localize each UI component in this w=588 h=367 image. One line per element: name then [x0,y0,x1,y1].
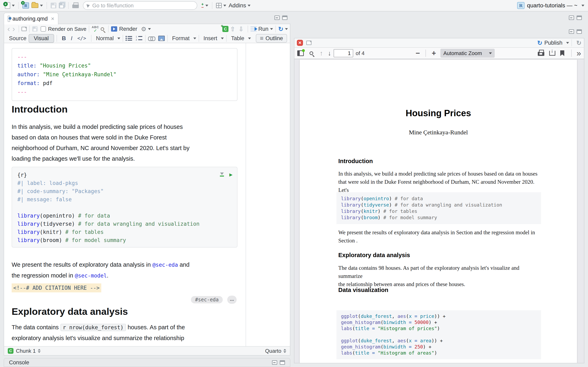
gear-icon[interactable]: ⚙ [141,25,146,33]
text-line: exploratory analysis let's visualize and… [12,333,185,343]
bold-button[interactable]: B [62,35,66,42]
save-button[interactable] [51,3,56,8]
minimize-pane-icon[interactable] [274,16,280,20]
publish-button[interactable]: ↻ Publish [537,39,569,47]
popout-icon[interactable] [21,27,27,31]
pdf-eda-paragraph: The data contains 98 houses. As part of … [338,264,543,288]
find-replace-icon[interactable] [101,27,104,31]
text-line [17,203,232,212]
text-line: ggplot(duke_forest, aes(x = price)) + [341,313,536,319]
chunk-nav-icon[interactable] [38,349,41,353]
tab-close-icon[interactable]: × [51,16,54,22]
run-button[interactable]: Run [258,26,268,32]
insert-menu[interactable]: Insert [204,35,217,42]
text-line: library(broom) # for model summary [341,215,536,221]
viewer-popout-icon[interactable] [306,41,311,45]
save-all-button[interactable] [59,3,65,8]
env-minimize-icon[interactable] [569,16,574,20]
pdf-zoom-select[interactable]: Automatic Zoom [440,49,495,58]
yaml-front-matter[interactable]: ---title: "Housing Prices"author: "Mine … [12,48,237,101]
goto-file-input[interactable] [92,2,193,9]
text-line: labs(title = "Histogram of areas") [341,350,536,356]
console-maximize-icon[interactable] [280,360,285,365]
run-caret[interactable] [270,28,273,30]
pdf-bookmark-icon[interactable] [560,50,564,56]
project-menu-button[interactable]: R quarto-tutorials — ~ [517,2,584,9]
pdf-download-icon[interactable] [549,51,555,56]
print-button[interactable] [72,3,79,8]
run-chunks-above-icon[interactable] [220,173,224,176]
source-mode-button[interactable]: Source [9,35,26,42]
pane-layout-button[interactable] [216,3,226,8]
version-control-button[interactable]: +− [201,3,208,8]
pdf-next-page-icon[interactable]: ↓ [328,50,331,57]
doc-mode-button[interactable]: Quarto [265,348,282,354]
link-icon[interactable] [148,36,155,40]
forward-icon[interactable]: › [12,25,15,33]
pdf-sidebar-toggle-icon[interactable] [297,50,304,56]
run-chunk-icon[interactable]: ▶ [229,170,233,179]
render-options-caret[interactable] [148,28,151,30]
rerun-caret[interactable] [285,28,288,30]
addins-button[interactable]: Addins [229,2,251,9]
insert-chunk-icon[interactable]: C [222,26,228,32]
text-line: In this analysis, we build a model predi… [12,122,190,132]
new-project-button[interactable]: R [22,2,29,8]
pdf-zoom-in-icon[interactable]: + [432,49,436,58]
outline-toggle-button[interactable]: ≡ Outline [256,34,287,43]
svg-text:2: 2 [136,39,137,41]
text-line: The data contains r nrow(duke_forest) ho… [12,322,185,333]
doc-mode-caret-icon[interactable] [283,349,286,353]
text-line: title: "Housing Prices" [17,61,232,70]
r-code-chunk[interactable]: ▶ {r}#| label: load-pkgs#| code-summary:… [12,167,237,248]
env-maximize-icon[interactable] [577,16,582,20]
run-up-icon[interactable]: ⇧ [230,25,235,33]
pdf-page-input[interactable] [334,49,353,57]
chunk-badge-icon: C [8,348,13,354]
table-menu[interactable]: Table [231,35,244,42]
citation-comment[interactable]: <!--# ADD CITATION HERE --> [12,284,101,292]
visual-mode-button[interactable]: Visual [29,34,54,43]
stop-icon[interactable]: ✕ [297,40,303,46]
viewer-minimize-icon[interactable] [569,29,574,34]
render-button[interactable]: Render [119,26,138,32]
text-line: library(knitr) # for tables [341,208,536,215]
pdf-code-block-packages: library(openintro) # for datalibrary(tid… [337,192,541,224]
back-icon[interactable]: ‹ [7,25,10,33]
viewer-maximize-icon[interactable] [577,29,582,34]
italic-button[interactable]: I [71,35,72,42]
pdf-prev-page-icon[interactable]: ↑ [320,50,323,57]
pane-grid-icon [216,3,222,8]
pdf-print-icon[interactable] [538,52,544,56]
outline-label: Outline [265,35,283,42]
tab-authoring-qmd[interactable]: authoring.qmd × [4,13,58,25]
chunk-position-button[interactable]: Chunk 1 [16,348,36,354]
pdf-search-icon[interactable] [310,51,313,55]
image-icon[interactable] [158,36,165,41]
new-file-button[interactable] [5,2,15,9]
format-menu[interactable]: Format [172,35,190,42]
section-options-button[interactable]: ... [227,296,237,304]
maximize-pane-icon[interactable] [282,16,287,20]
rerun-icon[interactable]: ↻ [278,25,283,33]
console-minimize-icon[interactable] [272,360,277,365]
pdf-zoom-out-icon[interactable]: − [415,49,420,58]
heading-eda: Exploratory data analysis [12,306,128,317]
bullet-list-icon[interactable] [126,36,132,41]
code-button[interactable]: </> [77,35,86,41]
text-line: In this analysis, we build a model predi… [338,170,543,178]
text-line: #| code-summary: "Packages" [17,187,232,195]
run-down-icon[interactable]: ⇩ [238,25,243,33]
text-line: {r} [17,171,232,179]
pdf-more-tools-icon[interactable]: » [577,49,581,58]
numbered-list-icon[interactable]: 12 [136,36,143,41]
render-on-save-checkbox[interactable] [41,26,46,32]
refresh-viewer-icon[interactable]: ↻ [576,39,581,47]
pdf-viewport[interactable]: Housing Prices Mine Çetinkaya-Rundel Int… [294,59,584,363]
editor-canvas[interactable]: ---title: "Housing Prices"author: "Mine … [4,43,246,346]
spellcheck-icon[interactable]: ABC✓ [92,25,99,33]
open-file-button[interactable] [31,3,43,8]
console-pane-header[interactable]: Console [4,358,290,367]
paragraph-style-select[interactable]: Normal [96,35,114,42]
save-doc-icon[interactable] [33,26,38,31]
